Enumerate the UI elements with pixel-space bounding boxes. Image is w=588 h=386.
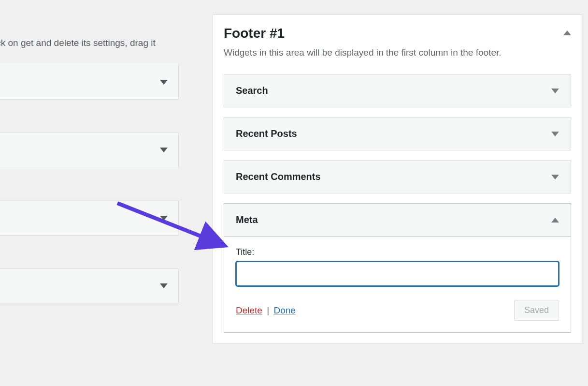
widget-recent-posts[interactable]: Recent Posts [224, 117, 571, 150]
widget-meta: Meta Title: Delete | Done Saved [224, 203, 571, 333]
widget-meta-body: Title: Delete | Done Saved [224, 237, 571, 332]
widget-areas-column: Footer #1 Widgets in this area will be d… [179, 0, 588, 386]
widget-label: Search [236, 85, 268, 96]
panel-title: Footer #1 [224, 26, 285, 41]
chevron-up-icon [551, 218, 559, 223]
chevron-down-icon [551, 132, 559, 136]
widget-label: Recent Posts [236, 128, 297, 139]
saved-button: Saved [514, 300, 559, 321]
widget-recent-comments[interactable]: Recent Comments [224, 160, 571, 193]
available-widgets-heading: ts [0, 15, 179, 29]
panel-header[interactable]: Footer #1 [224, 26, 571, 41]
widget-label: Recent Comments [236, 171, 321, 182]
chevron-down-icon [160, 283, 168, 288]
available-widget-item[interactable] [0, 133, 179, 167]
available-widget-item[interactable] [0, 65, 179, 100]
available-widgets-column: ts rag it to a sidebar or click on get a… [0, 0, 179, 386]
separator: | [267, 305, 269, 315]
available-widget-desc: f categories. [0, 309, 179, 323]
chevron-up-icon [563, 30, 571, 35]
done-link[interactable]: Done [273, 305, 295, 315]
available-widget-desc: your site's Posts. [0, 105, 179, 119]
available-widget-item[interactable] [0, 201, 179, 236]
chevron-down-icon [551, 175, 559, 179]
widget-label: Meta [236, 214, 258, 225]
available-widget-desc: ayer. [0, 173, 179, 187]
chevron-down-icon [160, 80, 168, 85]
widget-search[interactable]: Search [224, 74, 571, 107]
delete-link[interactable]: Delete [236, 305, 262, 315]
widget-meta-header[interactable]: Meta [224, 204, 571, 237]
available-widget-desc: te's posts. [0, 241, 179, 255]
available-widget-item[interactable] [0, 268, 179, 303]
widget-actions: Delete | Done [236, 305, 296, 316]
chevron-down-icon [160, 148, 168, 152]
chevron-down-icon [551, 89, 559, 93]
panel-description: Widgets in this area will be displayed i… [224, 45, 571, 60]
available-widgets-description: rag it to a sidebar or click on get and … [0, 36, 179, 50]
title-label: Title: [236, 247, 559, 257]
chevron-down-icon [160, 216, 168, 221]
footer-1-panel: Footer #1 Widgets in this area will be d… [213, 15, 582, 344]
title-input[interactable] [236, 261, 559, 286]
